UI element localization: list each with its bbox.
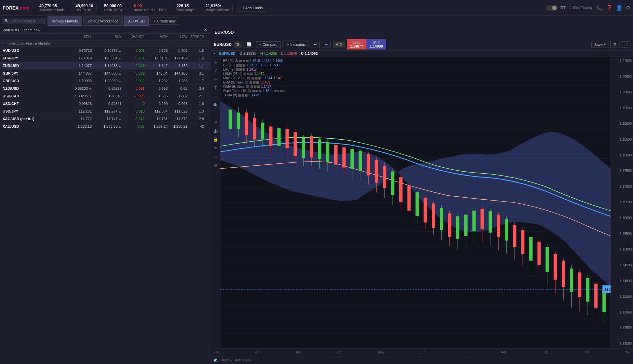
browse-markets-button[interactable]: Browse Markets — [48, 17, 82, 26]
fullscreen-btn[interactable]: ⛶ — [621, 41, 630, 48]
mid-btn[interactable]: MID — [333, 42, 345, 48]
save-btn[interactable]: Save ▾ — [591, 41, 609, 48]
svg-rect-65 — [407, 185, 411, 211]
indicator-settings-dot[interactable] — [253, 81, 255, 84]
svg-rect-95 — [529, 237, 533, 260]
indicator-eye-dot[interactable] — [236, 64, 239, 67]
indicator-close-dot[interactable] — [256, 81, 259, 84]
list-item[interactable]: GBP/USD 1.29033 1.29050 ▲ 0.002 1.292 1.… — [0, 77, 211, 85]
price-level: 1.20500 — [620, 75, 632, 79]
indicator-close-dot[interactable] — [257, 85, 260, 88]
indicator-close-dot[interactable] — [246, 60, 249, 62]
indicator-close-dot[interactable] — [258, 77, 261, 80]
search-input[interactable] — [10, 19, 43, 23]
watchlist-create-new[interactable]: Create new — [22, 28, 40, 32]
list-item[interactable]: XAU/USD 1,233.13 1,233.56 ▲ 0.03 1,239.2… — [0, 123, 211, 130]
measure-icon[interactable]: ↔ — [213, 93, 219, 100]
indicator-eye-dot[interactable] — [236, 68, 239, 71]
indicator-close-dot[interactable] — [245, 94, 248, 97]
indicator-eye-dot[interactable] — [239, 60, 242, 62]
trend-line-icon[interactable]: ╱ — [213, 68, 219, 74]
sell-price-btn[interactable]: SELL 1.14077 — [347, 39, 367, 50]
indicator-settings-dot[interactable] — [255, 90, 258, 92]
stat-available: 49,770.95 Available to trade — [36, 4, 68, 12]
indicator-settings-dot[interactable] — [255, 77, 257, 80]
low-price: 1.139 — [168, 64, 187, 68]
indicator-eye-dot[interactable] — [250, 85, 253, 88]
indicator-eye-dot[interactable] — [252, 90, 255, 92]
indicator-eye-dot[interactable] — [250, 81, 252, 84]
total-margin-label: Total Margin — [177, 8, 194, 12]
compare-btn[interactable]: + Compare — [256, 41, 281, 48]
indicator-settings-dot[interactable] — [247, 73, 250, 75]
chart-main[interactable]: BB (20, 2) 1.15101.16141.1406DC (20) 1.1… — [220, 56, 611, 348]
anchor-icon[interactable]: ⚓ — [213, 128, 219, 134]
col-change: CHANGE — [121, 35, 145, 39]
compare-label: Compare — [262, 43, 277, 47]
svg-rect-73 — [440, 208, 443, 230]
indicator-close-dot[interactable] — [243, 64, 245, 67]
indicator-close-dot[interactable] — [259, 90, 261, 92]
text-icon[interactable]: T — [213, 85, 219, 91]
indicator-eye-dot[interactable] — [244, 73, 246, 75]
indicator-settings-dot[interactable] — [239, 68, 242, 71]
list-item[interactable]: AUD/USD 0.70720 0.70735 ▲ 0.001 0.708 0.… — [0, 47, 211, 54]
indicator-settings-dot[interactable] — [242, 94, 244, 97]
lock-icon[interactable]: 🔒 — [213, 136, 219, 143]
indicators-label: Indicators — [290, 43, 306, 47]
back-icon[interactable]: ← — [213, 111, 219, 117]
indicator-close-dot[interactable] — [250, 73, 253, 75]
eye-icon[interactable]: 👁 — [213, 145, 219, 151]
indicator-settings-dot[interactable] — [243, 60, 245, 62]
indicators-btn[interactable]: 〜 Indicators — [283, 41, 309, 48]
price-level: 1.16500 — [620, 200, 632, 204]
list-item[interactable]: USD/CAD 1.30295 ▼ 1.30316 -0.003 1.306 1… — [0, 92, 211, 100]
draw-icon[interactable]: ✏ — [213, 76, 219, 83]
search-box[interactable]: 🔍 — [2, 18, 45, 24]
net-equity-value: 49,999.10 — [76, 4, 93, 8]
aud-usd-tab[interactable]: AUD/USD — [124, 17, 149, 26]
buy-price-btn[interactable]: BUY 1.14088 — [366, 39, 386, 50]
chart-settings-btn[interactable]: ⚙ — [610, 41, 619, 48]
change-value: -0.003 — [121, 94, 145, 98]
indicator-settings-dot[interactable] — [239, 64, 242, 67]
list-item[interactable]: USD/JPY 112.261 112.274 ▲ 0.013 112.364 … — [0, 108, 211, 115]
create-new-button[interactable]: + Create new — [150, 17, 179, 25]
crosshair-icon[interactable]: ✛ — [213, 59, 219, 66]
zoom-icon[interactable]: 🔍 — [213, 102, 219, 109]
list-item[interactable]: EUR/USD 1.14077 1.14088 ▲ 0.002 1.142 1.… — [0, 62, 211, 70]
candlestick-btn[interactable]: 📊 — [244, 41, 254, 48]
list-item[interactable]: NZD/USD 0.65203 ▼ 0.65237 -0.001 0.653 0… — [0, 85, 211, 92]
list-item[interactable]: USD/CHF 0.99823 0.99841 0 0.999 0.996 1.… — [0, 100, 211, 108]
indicator-eye-dot[interactable] — [251, 77, 254, 80]
change-value: 0.302 — [121, 71, 145, 75]
user-icon[interactable]: 👤 — [616, 5, 622, 11]
add-funds-button[interactable]: + Add Funds — [238, 4, 267, 12]
change-value: 0.03 — [121, 124, 145, 128]
indicator-settings-dot[interactable] — [254, 85, 256, 88]
list-item[interactable]: EUR/JPY 128.069 128.084 ▲ 0.201 128.181 … — [0, 54, 211, 62]
redo-btn[interactable]: ↪ — [322, 41, 331, 48]
net-equity-label: Net Equity — [76, 8, 91, 12]
indicator-value: 1.1460 — [254, 72, 264, 76]
indicator-close-dot[interactable] — [243, 68, 245, 71]
help-icon[interactable]: ❓ — [606, 5, 613, 11]
timeframe-d-btn[interactable]: D — [234, 42, 242, 48]
compare-icon: + — [259, 43, 261, 47]
list-item[interactable]: XAG/USD (per 0.1) 14.712 14.741 ▲ 0.042 … — [0, 115, 211, 123]
list-item[interactable]: GBP/JPY 144.857 144.888 ▲ 0.302 145.04 1… — [0, 70, 211, 77]
settings-icon[interactable]: ⚙ — [626, 5, 630, 11]
watchlist-close[interactable]: ✕ — [203, 28, 208, 32]
phone-icon[interactable]: 📞 — [596, 5, 603, 11]
indicator-label: WMA (9, close, 0) — [223, 85, 249, 88]
watchlist-tab[interactable]: Watchlists — [3, 28, 19, 32]
undo-btn[interactable]: ↩ — [311, 41, 320, 48]
sell-price: 1.14077 — [62, 64, 92, 68]
indicator-eye-dot[interactable] — [238, 94, 241, 97]
one-click-toggle[interactable] — [546, 5, 557, 11]
delete-icon[interactable]: 🗑 — [213, 162, 219, 169]
default-workspace-button[interactable]: Default Workspace — [83, 17, 123, 26]
svg-rect-101 — [554, 254, 557, 280]
pencil-icon[interactable]: ✐ — [213, 119, 219, 126]
shape-icon[interactable]: ◇ — [213, 153, 219, 160]
